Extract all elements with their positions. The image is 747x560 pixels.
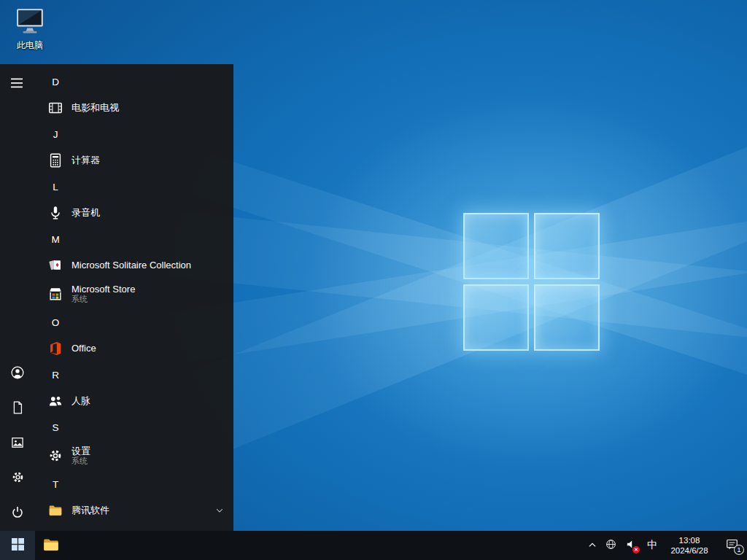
screen: 此电脑	[0, 0, 747, 560]
gear-icon	[10, 470, 26, 487]
folder-icon	[47, 502, 64, 519]
section-letter: J	[50, 129, 61, 140]
hamburger-icon	[11, 78, 24, 90]
windows-logo-pane	[463, 284, 529, 351]
windows-logo-pane	[463, 213, 529, 279]
app-item-voice-recorder[interactable]: 录音机	[35, 200, 233, 226]
document-icon	[10, 400, 25, 417]
ime-label: 中	[647, 539, 657, 552]
section-letter: O	[50, 317, 61, 328]
pictures-icon	[10, 435, 25, 452]
people-icon	[47, 392, 64, 410]
network-status-button[interactable]	[601, 531, 621, 560]
section-letter: R	[50, 370, 61, 381]
this-pc-icon	[15, 6, 45, 38]
start-app-list: D 电影和电视 J	[35, 64, 233, 531]
app-label: Office	[71, 343, 96, 354]
section-header-m[interactable]: M	[35, 226, 233, 252]
documents-button[interactable]	[0, 391, 35, 426]
action-center-button[interactable]: 1	[716, 531, 747, 560]
power-icon	[10, 505, 25, 522]
start-button[interactable]	[0, 531, 35, 560]
section-header-s[interactable]: S	[35, 414, 233, 440]
app-item-office[interactable]: Office	[35, 335, 233, 362]
section-letter: T	[50, 479, 61, 490]
start-menu: D 电影和电视 J	[0, 64, 233, 531]
ime-indicator-button[interactable]: 中	[642, 531, 662, 560]
app-label: 计算器	[71, 155, 100, 166]
solitaire-icon	[47, 257, 64, 274]
section-header-j[interactable]: J	[35, 121, 233, 147]
app-label: 电影和电视	[71, 102, 119, 114]
app-label: 人脉	[71, 395, 90, 407]
user-icon	[9, 365, 26, 383]
notification-badge: 1	[734, 545, 744, 555]
app-item-movies-tv[interactable]: 电影和电视	[35, 95, 233, 121]
section-letter: D	[50, 77, 61, 88]
clock-button[interactable]: 13:08 2024/6/28	[662, 531, 716, 560]
chevron-up-icon	[587, 540, 597, 551]
chevron-down-icon	[214, 505, 225, 516]
app-item-calculator[interactable]: 计算器	[35, 147, 233, 174]
section-header-t[interactable]: T	[35, 471, 233, 497]
tray-overflow-button[interactable]	[584, 531, 601, 560]
app-label: Microsoft Store	[71, 284, 135, 295]
start-menu-rail	[0, 64, 35, 531]
taskbar: × 中 13:08 2024/6/28 1	[0, 531, 747, 560]
app-folder-tencent[interactable]: 腾讯软件	[35, 497, 233, 524]
folder-icon	[42, 535, 61, 556]
globe-icon	[605, 538, 617, 553]
app-label: 腾讯软件	[71, 505, 109, 516]
section-header-o[interactable]: O	[35, 309, 233, 335]
calculator-icon	[47, 152, 64, 169]
gear-icon	[47, 447, 64, 464]
store-icon	[47, 285, 64, 303]
expand-menu-button[interactable]	[0, 66, 35, 101]
volume-button[interactable]: ×	[621, 531, 642, 560]
office-icon	[47, 340, 64, 357]
pictures-button[interactable]	[0, 426, 35, 461]
file-explorer-button[interactable]	[35, 531, 67, 560]
app-sublabel: 系统	[71, 456, 90, 466]
app-sublabel: 系统	[71, 295, 135, 304]
app-item-settings[interactable]: 设置 系统	[35, 440, 233, 471]
windows-logo-icon	[12, 538, 24, 553]
microphone-icon	[47, 204, 64, 222]
system-tray: × 中 13:08 2024/6/28 1	[584, 531, 747, 560]
app-item-microsoft-store[interactable]: Microsoft Store 系统	[35, 279, 233, 309]
section-header-w[interactable]: W	[35, 524, 233, 531]
section-header-r[interactable]: R	[35, 362, 233, 388]
app-label: 设置	[71, 446, 90, 457]
desktop-icon-label: 此电脑	[17, 39, 43, 52]
section-header-l[interactable]: L	[35, 174, 233, 200]
app-label: Microsoft Solitaire Collection	[71, 260, 191, 271]
clock-date: 2024/6/28	[670, 545, 708, 556]
wallpaper-windows-logo	[463, 213, 600, 351]
app-label: 录音机	[71, 207, 100, 219]
section-letter: S	[50, 422, 61, 433]
user-account-button[interactable]	[0, 356, 35, 391]
app-item-people[interactable]: 人脉	[35, 388, 233, 414]
section-letter: M	[50, 234, 61, 245]
clock-time: 13:08	[679, 535, 700, 545]
settings-button[interactable]	[0, 461, 35, 496]
windows-logo-pane	[534, 213, 600, 279]
mute-badge: ×	[632, 546, 640, 553]
section-letter: L	[50, 182, 61, 192]
windows-logo-pane	[534, 284, 600, 351]
app-item-solitaire[interactable]: Microsoft Solitaire Collection	[35, 252, 233, 279]
movies-tv-icon	[47, 99, 64, 117]
desktop-icon-this-pc[interactable]: 此电脑	[9, 6, 51, 52]
power-button[interactable]	[0, 496, 35, 531]
section-header-d[interactable]: D	[35, 69, 233, 95]
